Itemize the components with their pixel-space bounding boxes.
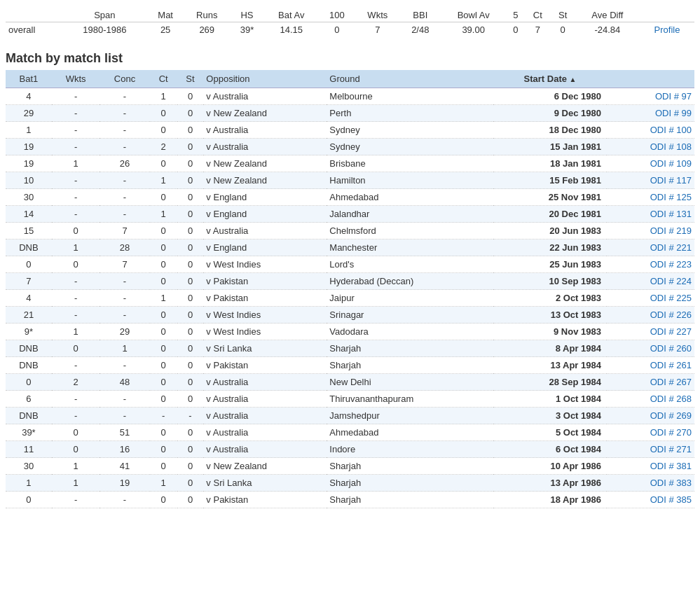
summary-span: 1980-1986 [62,22,147,38]
cell-bat1: 0 [6,492,52,508]
th-ground[interactable]: Ground [327,70,493,88]
odi-link[interactable]: ODI # 99 [655,108,692,118]
cell-st: 0 [177,324,204,340]
cell-conc: 7 [99,223,149,239]
th-ct[interactable]: Ct [150,70,177,88]
cell-ground: Sharjah [327,492,493,508]
col-header-avediff: Ave Diff [575,8,640,22]
odi-link[interactable]: ODI # 100 [650,125,692,135]
th-st[interactable]: St [177,70,204,88]
table-row: DNB0100v Sri LankaSharjah8 Apr 1984ODI #… [6,340,694,357]
cell-startdate: 9 Nov 1983 [493,324,607,340]
cell-st: 0 [177,357,204,374]
cell-st: 0 [177,155,204,172]
odi-link[interactable]: ODI # 225 [650,293,692,303]
cell-opposition: v Australia [203,391,327,408]
cell-ground: Vadodara [327,324,493,340]
odi-link[interactable]: ODI # 260 [650,343,692,354]
col-header-batav: Bat Av [263,8,319,22]
th-startdate[interactable]: Start Date ▲ [493,70,607,88]
col-header-ct: Ct [525,8,550,22]
cell-bat1: 39* [6,424,52,441]
odi-link[interactable]: ODI # 125 [650,192,692,202]
cell-odi: ODI # 271 [607,441,694,458]
cell-startdate: 6 Oct 1984 [493,441,607,458]
odi-link[interactable]: ODI # 221 [650,242,692,253]
cell-opposition: v Australia [203,374,327,391]
odi-link[interactable]: ODI # 223 [650,259,692,270]
odi-link[interactable]: ODI # 108 [650,141,692,152]
main-container: Span Mat Runs HS Bat Av 100 Wkts BBI Bow… [0,0,700,520]
cell-bat1: DNB [6,408,52,424]
profile-link[interactable]: Profile [654,25,680,35]
odi-link[interactable]: ODI # 383 [650,478,692,488]
cell-ct: 0 [150,492,177,508]
cell-opposition: v England [203,206,327,223]
odi-link[interactable]: ODI # 267 [650,377,692,387]
cell-opposition: v Sri Lanka [203,475,327,492]
cell-st: 0 [177,139,204,155]
cell-bat1: 4 [6,290,52,307]
odi-link[interactable]: ODI # 227 [650,326,692,337]
cell-ground: Perth [327,105,493,122]
table-row: 150700v AustraliaChelmsford20 Jun 1983OD… [6,223,694,239]
cell-wkts: 0 [52,424,100,441]
cell-opposition: v Australia [203,424,327,441]
odi-link[interactable]: ODI # 271 [650,444,692,454]
odi-link[interactable]: ODI # 97 [655,91,692,102]
cell-odi: ODI # 383 [607,475,694,492]
cell-startdate: 28 Sep 1984 [493,374,607,391]
summary-mat: 25 [147,22,184,38]
cell-wkts: - [52,273,100,290]
cell-odi: ODI # 99 [607,105,694,122]
odi-link[interactable]: ODI # 224 [650,276,692,286]
odi-link[interactable]: ODI # 131 [650,209,692,219]
cell-opposition: v New Zealand [203,105,327,122]
cell-ct: 1 [150,290,177,307]
cell-bat1: 6 [6,391,52,408]
th-opposition[interactable]: Opposition [203,70,327,88]
cell-wkts: 1 [52,155,100,172]
cell-conc: - [99,492,149,508]
th-conc[interactable]: Conc [99,70,149,88]
th-wkts[interactable]: Wkts [52,70,100,88]
cell-ct: 0 [150,441,177,458]
odi-link[interactable]: ODI # 261 [650,360,692,370]
col-header-st: St [551,8,575,22]
cell-conc: - [99,122,149,139]
cell-ct: 0 [150,256,177,273]
cell-wkts: - [52,290,100,307]
summary-runs: 269 [184,22,231,38]
cell-ct: 0 [150,391,177,408]
table-row: 7--00v PakistanHyderabad (Deccan)10 Sep … [6,273,694,290]
cell-st: 0 [177,340,204,357]
odi-link[interactable]: ODI # 226 [650,310,692,320]
odi-link[interactable]: ODI # 117 [650,175,692,186]
odi-link[interactable]: ODI # 385 [650,494,692,505]
table-row: DNB12800v EnglandManchester22 Jun 1983OD… [6,239,694,256]
summary-hs: 39* [231,22,264,38]
odi-link[interactable]: ODI # 381 [650,461,692,471]
odi-link[interactable]: ODI # 109 [650,158,692,169]
cell-opposition: v Pakistan [203,290,327,307]
table-row: 9*12900v West IndiesVadodara9 Nov 1983OD… [6,324,694,340]
match-section: Match by match list Bat1 Wkts Conc Ct St… [0,43,700,514]
odi-link[interactable]: ODI # 269 [650,410,692,421]
cell-ct: 0 [150,458,177,475]
cell-startdate: 13 Oct 1983 [493,307,607,324]
th-bat1[interactable]: Bat1 [6,70,52,88]
odi-link[interactable]: ODI # 219 [650,225,692,236]
table-row: 4--10v AustraliaMelbourne6 Dec 1980ODI #… [6,88,694,105]
cell-ground: Ahmedabad [327,424,493,441]
cell-st: 0 [177,424,204,441]
cell-ground: Hamilton [327,172,493,189]
cell-ct: 0 [150,307,177,324]
cell-odi: ODI # 100 [607,122,694,139]
summary-section: Span Mat Runs HS Bat Av 100 Wkts BBI Bow… [0,6,700,43]
odi-link[interactable]: ODI # 270 [650,427,692,438]
odi-link[interactable]: ODI # 268 [650,394,692,404]
cell-wkts: - [52,391,100,408]
table-row: 00700v West IndiesLord's25 Jun 1983ODI #… [6,256,694,273]
summary-batav: 14.15 [263,22,319,38]
cell-startdate: 2 Oct 1983 [493,290,607,307]
